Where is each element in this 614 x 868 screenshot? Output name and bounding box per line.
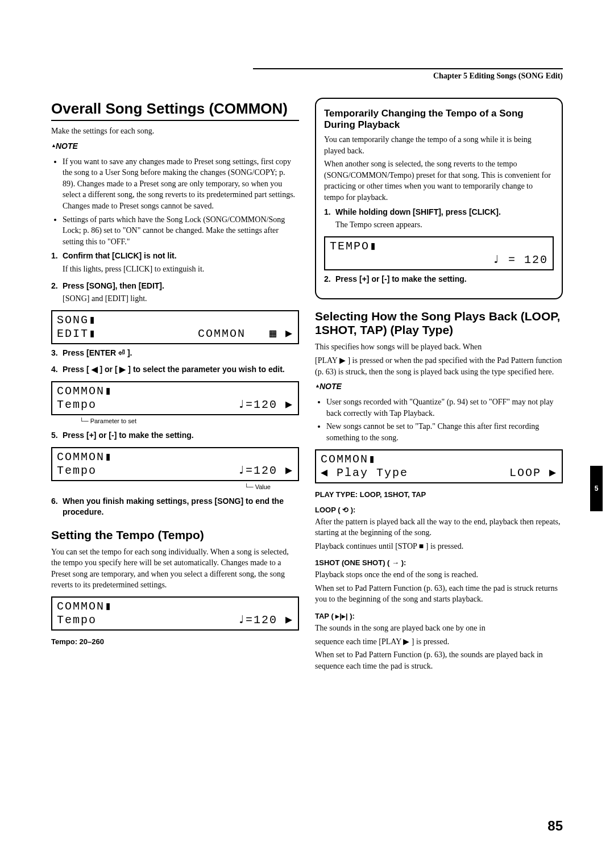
- note-item: User songs recorded with "Quantize" (p. …: [326, 397, 563, 419]
- steps-list-cont3: 6. When you finish making settings, pres…: [51, 496, 299, 518]
- lcd-line1-left: COMMON▮: [57, 385, 113, 398]
- step-body: [SONG] and [EDIT] light.: [63, 293, 299, 304]
- lcd-playtype: COMMON▮ ◀ Play Type LOOP ▶: [315, 449, 563, 483]
- steps-list-cont2: 5. Press [+] or [-] to make the setting.: [51, 430, 299, 441]
- loop-text2: Playback continues until [STOP ■ ] is pr…: [315, 541, 563, 552]
- playtype-subhead: PLAY TYPE: LOOP, 1SHOT, TAP: [315, 490, 563, 499]
- note-item: Settings of parts which have the Song Lo…: [63, 214, 299, 248]
- step-number: 5.: [51, 430, 58, 441]
- lcd-line1-left: COMMON▮: [321, 453, 376, 466]
- note-list-right: User songs recorded with "Quantize" (p. …: [315, 397, 563, 443]
- step-number: 3.: [51, 348, 58, 359]
- lcd-line2-left: Tempo: [57, 464, 97, 478]
- note-icon: NOTE: [51, 139, 299, 153]
- annotation-value: Value: [51, 483, 299, 490]
- box-heading: Temporarily Changing the Tempo of a Song…: [324, 108, 554, 131]
- lcd-line2-right: LOOP ▶: [509, 466, 557, 480]
- lcd-line2-right: ♩=120 ▶: [238, 398, 293, 412]
- step-body: The Tempo screen appears.: [335, 219, 554, 231]
- box-p1: You can temporarily change the tempo of …: [324, 134, 554, 156]
- lcd-line2-right: ♩ = 120: [492, 253, 548, 267]
- lcd-line2-left: ◀ Play Type: [321, 466, 408, 480]
- heading-common: Overall Song Settings (COMMON): [51, 100, 299, 121]
- step-title: Press [SONG], then [EDIT].: [63, 281, 299, 292]
- step-number: 1.: [51, 251, 58, 262]
- lcd-common-tempo: COMMON▮ Tempo ♩=120 ▶: [51, 596, 299, 631]
- step-3: 3. Press [ENTER ⏎ ].: [51, 348, 299, 359]
- chapter-title: Chapter 5 Editing Songs (SONG Edit): [433, 72, 563, 81]
- note-icon: NOTE: [315, 379, 563, 393]
- lcd-common-value: COMMON▮ Tempo ♩=120 ▶: [51, 447, 299, 481]
- step-title: Press [ENTER ⏎ ].: [63, 348, 299, 359]
- lcd-song-edit: SONG▮ EDIT▮ COMMON ▦ ▶: [51, 310, 299, 344]
- intro-text: Make the settings for each song.: [51, 126, 299, 137]
- lcd-line2-right: ♩=120 ▶: [238, 614, 293, 627]
- playtype-p2: [PLAY ▶ ] is pressed or when the pad spe…: [315, 355, 563, 377]
- step-number: 2.: [51, 281, 58, 292]
- note-item: If you want to save any changes made to …: [63, 156, 299, 212]
- lcd-common-param: COMMON▮ Tempo ♩=120 ▶: [51, 381, 299, 415]
- step-4: 4. Press [ ◀ ] or [ ▶ ] to select the pa…: [51, 364, 299, 375]
- lcd-tempo: TEMPO▮ ♩ = 120: [324, 236, 554, 270]
- step-2: 2. Press [SONG], then [EDIT]. [SONG] and…: [51, 281, 299, 304]
- note-item: New songs cannot be set to "Tap." Change…: [326, 421, 563, 443]
- step-number: 6.: [51, 496, 58, 507]
- note-list: If you want to save any changes made to …: [51, 156, 299, 248]
- lcd-line2-left: EDIT▮: [57, 327, 97, 341]
- page-number: 85: [547, 818, 563, 834]
- lcd-line1-left: TEMPO▮: [330, 240, 377, 253]
- lcd-line2-left: Tempo: [57, 398, 97, 412]
- box-step-2: 2. Press [+] or [-] to make the setting.: [324, 274, 554, 285]
- tap-label: TAP ( ▸|▸| ):: [315, 612, 563, 620]
- tempo-paragraph: You can set the tempo for each song indi…: [51, 546, 299, 591]
- loop-label: LOOP ( ⟲ ):: [315, 506, 563, 514]
- annotation-parameter: Parameter to set: [51, 418, 299, 424]
- heading-tempo: Setting the Tempo (Tempo): [51, 528, 299, 542]
- chapter-tab: 5: [590, 466, 603, 511]
- step-title: While holding down [SHIFT], press [CLICK…: [335, 207, 554, 218]
- box-steps-cont: 2. Press [+] or [-] to make the setting.: [324, 274, 554, 285]
- tap-text1: The sounds in the song are played back o…: [315, 623, 563, 634]
- step-title: Press [+] or [-] to make the setting.: [63, 430, 299, 441]
- lcd-line1-left: COMMON▮: [57, 450, 113, 464]
- step-title: When you finish making settings, press […: [63, 496, 299, 518]
- step-body: If this lights, press [CLICK] to extingu…: [63, 264, 299, 275]
- box-p2: When another song is selected, the song …: [324, 158, 554, 203]
- lcd-line2-left: Tempo: [57, 614, 97, 627]
- step-number: 4.: [51, 364, 58, 375]
- oneshot-text2: When set to Pad Pattern Function (p. 63)…: [315, 583, 563, 605]
- step-number: 2.: [324, 274, 331, 285]
- step-number: 1.: [324, 207, 331, 218]
- oneshot-label: 1SHOT (ONE SHOT) ( → ):: [315, 558, 563, 567]
- box-steps: 1. While holding down [SHIFT], press [CL…: [324, 207, 554, 231]
- tap-text3: When set to Pad Pattern Function (p. 63)…: [315, 649, 563, 671]
- oneshot-text1: Playback stops once the end of the song …: [315, 569, 563, 581]
- steps-list-cont: 3. Press [ENTER ⏎ ]. 4. Press [ ◀ ] or […: [51, 348, 299, 375]
- playtype-p1: This specifies how songs will be played …: [315, 341, 563, 353]
- step-6: 6. When you finish making settings, pres…: [51, 496, 299, 518]
- lcd-line2-right: ♩=120 ▶: [238, 464, 293, 478]
- steps-list: 1. Confirm that [CLICK] is not lit. If t…: [51, 251, 299, 304]
- step-title: Press [+] or [-] to make the setting.: [335, 274, 554, 285]
- lcd-line2-right: COMMON ▦ ▶: [198, 327, 293, 341]
- right-column: Temporarily Changing the Tempo of a Song…: [315, 98, 563, 674]
- loop-text1: After the pattern is played back all the…: [315, 516, 563, 539]
- tap-text2: sequence each time [PLAY ▶ ] is pressed.: [315, 636, 563, 648]
- left-column: Overall Song Settings (COMMON) Make the …: [51, 98, 299, 674]
- step-5: 5. Press [+] or [-] to make the setting.: [51, 430, 299, 441]
- chapter-header: Chapter 5 Editing Songs (SONG Edit): [253, 68, 563, 81]
- tempo-range: Tempo: 20–260: [51, 637, 299, 646]
- lcd-line1-left: COMMON▮: [57, 600, 113, 614]
- step-title: Confirm that [CLICK] is not lit.: [63, 251, 299, 262]
- tempo-change-box: Temporarily Changing the Tempo of a Song…: [315, 98, 563, 299]
- step-1: 1. Confirm that [CLICK] is not lit. If t…: [51, 251, 299, 274]
- box-step-1: 1. While holding down [SHIFT], press [CL…: [324, 207, 554, 231]
- step-title: Press [ ◀ ] or [ ▶ ] to select the param…: [63, 364, 299, 375]
- lcd-line1-left: SONG▮: [57, 314, 97, 327]
- heading-playtype: Selecting How the Song Plays Back (LOOP,…: [315, 310, 563, 337]
